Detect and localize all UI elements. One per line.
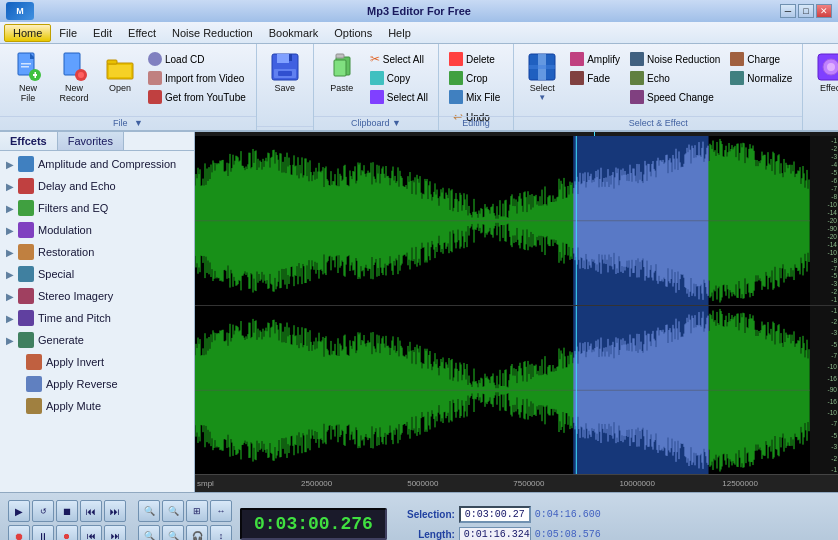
side-panel: Effcets Favorites ▶ Amplitude and Compre… [0, 132, 195, 492]
svg-rect-15 [289, 54, 292, 61]
get-youtube-label: Get from YouTube [165, 92, 246, 103]
sidebar-item-delay-echo[interactable]: ▶ Delay and Echo [2, 175, 192, 197]
ribbon-group-select-effect: Select ▼ Amplify Fade Noise Reduction [514, 44, 803, 130]
selection-value-input[interactable] [459, 506, 531, 523]
copy-button[interactable]: Copy [366, 69, 432, 87]
sidebar-item-time-pitch[interactable]: ▶ Time and Pitch [2, 307, 192, 329]
load-cd-button[interactable]: Load CD [144, 50, 250, 68]
record-button[interactable]: ⏺ [8, 525, 30, 540]
minimize-button[interactable]: ─ [780, 4, 796, 18]
sidebar-item-stereo[interactable]: ▶ Stereo Imagery [2, 285, 192, 307]
delete-label: Delete [466, 54, 495, 65]
svg-rect-20 [336, 54, 344, 58]
ribbon-group-file: NewFile NewRecord Open Load CD Import fr… [0, 44, 257, 130]
fade-button[interactable]: Fade [566, 69, 624, 87]
sidebar-item-apply-mute[interactable]: Apply Mute [2, 395, 192, 417]
menu-bookmark[interactable]: Bookmark [261, 25, 327, 41]
effect-button[interactable]: Effect [809, 48, 838, 96]
charge-label: Charge [747, 54, 780, 65]
get-youtube-button[interactable]: Get from YouTube [144, 88, 250, 106]
sidebar-item-modulation[interactable]: ▶ Modulation [2, 219, 192, 241]
modulation-label: Modulation [38, 224, 92, 236]
side-tabs: Effcets Favorites [0, 132, 194, 151]
play-button[interactable]: ▶ [8, 500, 30, 522]
speed-change-button[interactable]: Speed Change [626, 88, 724, 106]
svg-rect-17 [278, 71, 292, 76]
mix-file-button[interactable]: Mix File [445, 88, 507, 106]
new-record-button[interactable]: NewRecord [52, 48, 96, 106]
end-button[interactable]: ⏭ [104, 525, 126, 540]
favorites-tab[interactable]: Favorites [58, 132, 124, 150]
paste-button[interactable]: Paste [320, 48, 364, 96]
filters-eq-label: Filters and EQ [38, 202, 108, 214]
app-logo: M [6, 2, 34, 20]
new-file-label: NewFile [19, 83, 37, 103]
cut-button[interactable]: ✂ Select All [366, 50, 432, 68]
delete-button[interactable]: Delete [445, 50, 507, 68]
select-button[interactable]: Select ▼ [520, 48, 564, 105]
record2-button[interactable]: ⏺ [56, 525, 78, 540]
begin-button[interactable]: ⏮ [80, 525, 102, 540]
arrow-icon: ▶ [6, 247, 14, 258]
sidebar-item-apply-reverse[interactable]: Apply Reverse [2, 373, 192, 395]
menu-help[interactable]: Help [380, 25, 419, 41]
echo-button[interactable]: Echo [626, 69, 724, 87]
ruler-label-7500000: 7500000 [513, 479, 544, 488]
menu-bar: Home File Edit Effect Noise Reduction Bo… [0, 22, 838, 44]
effects-tab[interactable]: Effcets [0, 132, 58, 150]
maximize-button[interactable]: □ [798, 4, 814, 18]
headphones-button[interactable]: 🎧 [186, 525, 208, 540]
ruler-label-12500000: 12500000 [722, 479, 758, 488]
close-button[interactable]: ✕ [816, 4, 832, 18]
effect-label: Effect [820, 83, 838, 93]
menu-home[interactable]: Home [4, 24, 51, 42]
select-all-button[interactable]: Select All [366, 88, 432, 106]
new-file-button[interactable]: NewFile [6, 48, 50, 106]
waveform-bottom[interactable]: -1 -2 -3 -5 -7 -10 -16 -90 -16 -10 -7 -5… [195, 306, 838, 475]
zoom-v-button[interactable]: ↕ [210, 525, 232, 540]
sidebar-item-filters-eq[interactable]: ▶ Filters and EQ [2, 197, 192, 219]
ruler-label-5000000: 5000000 [407, 479, 438, 488]
normalize-button[interactable]: Normalize [726, 69, 796, 87]
noise-reduction-button[interactable]: Noise Reduction [626, 50, 724, 68]
select-all-label: Select All [387, 92, 428, 103]
zoom-fit-button[interactable]: ⊞ [186, 500, 208, 522]
file-expand-icon[interactable]: ▼ [134, 118, 143, 128]
stop-button[interactable]: ⏹ [56, 500, 78, 522]
zoom-out-button[interactable]: 🔍 [162, 500, 184, 522]
pause-button[interactable]: ⏸ [32, 525, 54, 540]
apply-invert-label: Apply Invert [46, 356, 104, 368]
zoom-h-button[interactable]: ↔ [210, 500, 232, 522]
noise-reduction-label: Noise Reduction [647, 54, 720, 65]
next-button[interactable]: ⏭ [104, 500, 126, 522]
svg-rect-3 [21, 66, 29, 68]
select-arrow[interactable]: ▼ [538, 93, 546, 102]
zoom-in2-button[interactable]: 🔍 [138, 525, 160, 540]
sidebar-item-restoration[interactable]: ▶ Restoration [2, 241, 192, 263]
charge-button[interactable]: Charge [726, 50, 796, 68]
menu-options[interactable]: Options [326, 25, 380, 41]
sidebar-item-apply-invert[interactable]: Apply Invert [2, 351, 192, 373]
sidebar-item-amplitude[interactable]: ▶ Amplitude and Compression [2, 153, 192, 175]
clipboard-expand-icon[interactable]: ▼ [392, 118, 401, 128]
menu-edit[interactable]: Edit [85, 25, 120, 41]
import-video-label: Import from Video [165, 73, 244, 84]
menu-file[interactable]: File [51, 25, 85, 41]
import-video-button[interactable]: Import from Video [144, 69, 250, 87]
save-group-label [257, 126, 313, 128]
zoom-out2-button[interactable]: 🔍 [162, 525, 184, 540]
zoom-in-button[interactable]: 🔍 [138, 500, 160, 522]
prev-button[interactable]: ⏮ [80, 500, 102, 522]
sidebar-item-generate[interactable]: ▶ Generate [2, 329, 192, 351]
copy-label: Copy [387, 73, 410, 84]
save-button[interactable]: Save [263, 48, 307, 96]
open-button[interactable]: Open [98, 48, 142, 96]
sidebar-item-special[interactable]: ▶ Special [2, 263, 192, 285]
special-label: Special [38, 268, 74, 280]
menu-effect[interactable]: Effect [120, 25, 164, 41]
waveform-top[interactable]: -1 -2 -3 -4 -5 -6 -7 -8 -10 -14 -20 -90 … [195, 136, 838, 306]
crop-button[interactable]: Crop [445, 69, 507, 87]
loop-button[interactable]: ↺ [32, 500, 54, 522]
menu-noise-reduction[interactable]: Noise Reduction [164, 25, 261, 41]
amplify-button[interactable]: Amplify [566, 50, 624, 68]
